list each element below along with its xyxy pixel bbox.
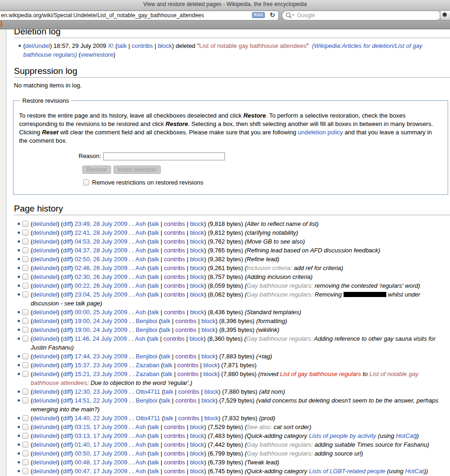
revision-timestamp-link[interactable]: 19:00, 24 July 2009	[74, 317, 127, 324]
diff-link[interactable]: diff	[63, 335, 71, 342]
revision-checkbox[interactable]	[22, 230, 28, 236]
revision-checkbox[interactable]	[22, 221, 28, 227]
revision-timestamp-link[interactable]: 04:37, 28 July 2009	[74, 247, 127, 254]
block-link[interactable]: block	[201, 326, 215, 333]
del-undel-link[interactable]: del/undel	[33, 317, 57, 324]
report-bug-button[interactable]	[440, 10, 450, 20]
del-undel-link[interactable]: del/undel	[33, 388, 57, 395]
revision-timestamp-link[interactable]: 19:00, 24 July 2009	[74, 326, 127, 333]
del-undel-link[interactable]: del/undel	[33, 450, 57, 457]
contribs-link[interactable]: contribs	[178, 388, 199, 395]
talk-link[interactable]: talk	[150, 291, 159, 298]
revision-checkbox[interactable]	[22, 256, 28, 262]
block-link[interactable]: block	[201, 317, 215, 324]
revision-checkbox[interactable]	[22, 274, 28, 280]
revision-checkbox[interactable]	[22, 265, 28, 271]
revision-checkbox[interactable]	[22, 468, 28, 474]
diff-link[interactable]: diff	[63, 247, 71, 254]
block-link[interactable]: block	[190, 441, 204, 448]
revision-timestamp-link[interactable]: 03:13, 17 July 2009	[74, 432, 127, 439]
talk-link[interactable]: talk	[150, 256, 159, 263]
block-link[interactable]: block	[190, 309, 204, 316]
user-link[interactable]: Ash	[135, 441, 146, 448]
revision-timestamp-link[interactable]: 14:40, 22 July 2009	[74, 415, 127, 422]
contribs-link[interactable]: contribs	[164, 441, 185, 448]
talk-link[interactable]: talk	[161, 317, 170, 324]
talk-link[interactable]: talk	[164, 415, 173, 422]
diff-link[interactable]: diff	[63, 397, 71, 404]
block-link[interactable]: block	[190, 229, 204, 236]
user-link[interactable]: Ash	[135, 468, 146, 475]
inline-link[interactable]: Lists of people by activity	[309, 432, 376, 439]
del-undel-link[interactable]: del/undel	[33, 362, 57, 369]
diff-link[interactable]: diff	[63, 326, 71, 333]
inline-link[interactable]: contribs	[132, 42, 153, 49]
address-bar-url[interactable]: en.wikipedia.org/wiki/Special:Undelete/L…	[1, 12, 248, 19]
contribs-link[interactable]: contribs	[178, 415, 199, 422]
revision-timestamp-link[interactable]: 12:30, 23 July 2009	[74, 388, 127, 395]
invert-selection-button[interactable]: Invert selection	[113, 165, 161, 174]
diff-link[interactable]: diff	[63, 432, 71, 439]
user-link[interactable]: Ash	[135, 423, 146, 430]
del-undel-link[interactable]: del/undel	[33, 415, 57, 422]
reason-input[interactable]	[103, 152, 225, 160]
revision-timestamp-link[interactable]: 00:22, 26 July 2009	[74, 282, 127, 289]
del-undel-link[interactable]: del/undel	[33, 441, 57, 448]
revision-checkbox[interactable]	[22, 362, 28, 368]
diff-link[interactable]: diff	[63, 229, 71, 236]
revision-timestamp-link[interactable]: 15:21, 23 July 2009	[74, 370, 127, 377]
revision-timestamp-link[interactable]: 23:49, 28 July 2009	[74, 220, 127, 227]
contribs-link[interactable]: contribs	[175, 326, 197, 333]
contribs-link[interactable]: contribs	[164, 256, 185, 263]
inline-link[interactable]: List of notable gay bathhouse attendees	[199, 42, 307, 49]
diff-link[interactable]: diff	[63, 264, 71, 271]
user-link[interactable]: Ash	[135, 229, 146, 236]
diff-link[interactable]: diff	[63, 370, 71, 377]
block-link[interactable]: block	[190, 335, 204, 342]
block-link[interactable]: block	[190, 238, 204, 245]
contribs-link[interactable]: contribs	[175, 353, 197, 360]
inline-link[interactable]: del/undel	[25, 42, 50, 49]
del-undel-link[interactable]: del/undel	[33, 326, 57, 333]
revision-checkbox[interactable]	[22, 309, 28, 315]
revision-checkbox[interactable]	[22, 247, 28, 253]
revision-checkbox[interactable]	[22, 318, 28, 324]
del-undel-link[interactable]: del/undel	[33, 370, 57, 377]
inline-link[interactable]: Lists of LGBT-related people	[309, 468, 385, 475]
restore-button[interactable]: Restore	[82, 165, 111, 174]
contribs-link[interactable]: contribs	[164, 247, 185, 254]
block-link[interactable]: block	[190, 282, 204, 289]
del-undel-link[interactable]: del/undel	[33, 353, 57, 360]
contribs-link[interactable]: contribs	[164, 459, 185, 466]
contribs-link[interactable]: contribs	[164, 468, 185, 475]
del-undel-link[interactable]: del/undel	[33, 335, 57, 342]
revision-timestamp-link[interactable]: 14:51, 22 July 2009	[74, 397, 127, 404]
del-undel-link[interactable]: del/undel	[33, 432, 57, 439]
contribs-link[interactable]: contribs	[164, 335, 185, 342]
talk-link[interactable]: talk	[149, 335, 159, 342]
user-link[interactable]: Ash	[135, 256, 146, 263]
diff-link[interactable]: diff	[63, 450, 71, 457]
contribs-link[interactable]: contribs	[164, 273, 185, 280]
diff-link[interactable]: diff	[63, 256, 71, 263]
talk-link[interactable]: talk	[161, 326, 170, 333]
del-undel-link[interactable]: del/undel	[33, 247, 57, 254]
user-link[interactable]: Benjiboi	[136, 397, 157, 404]
diff-link[interactable]: diff	[63, 282, 71, 289]
block-link[interactable]: block	[204, 362, 218, 369]
del-undel-link[interactable]: del/undel	[33, 273, 57, 280]
block-link[interactable]: block	[201, 353, 215, 360]
revision-checkbox[interactable]	[22, 238, 28, 245]
diff-link[interactable]: diff	[63, 291, 71, 298]
block-link[interactable]: block	[190, 432, 204, 439]
diff-link[interactable]: diff	[63, 441, 71, 448]
rss-button[interactable]: RSS	[252, 12, 265, 18]
reload-icon[interactable]: ↻	[270, 11, 275, 19]
talk-link[interactable]: talk	[150, 220, 159, 227]
revision-checkbox[interactable]	[22, 459, 28, 465]
user-link[interactable]: Benjiboi	[136, 353, 157, 360]
block-link[interactable]: block	[190, 247, 204, 254]
contribs-link[interactable]: contribs	[164, 282, 185, 289]
revision-checkbox[interactable]	[22, 283, 28, 289]
revision-checkbox[interactable]	[22, 415, 28, 421]
